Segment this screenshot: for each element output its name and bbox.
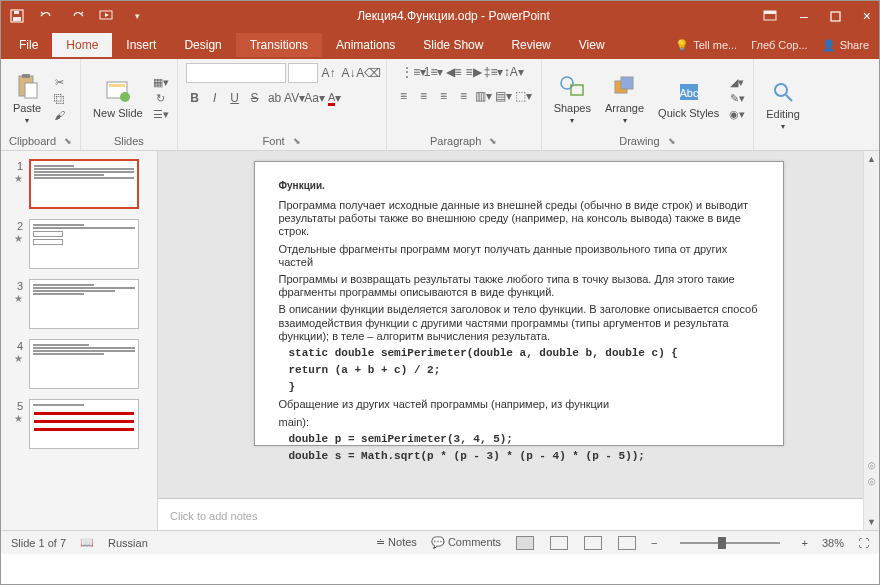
paste-icon [13, 72, 41, 100]
tab-slideshow[interactable]: Slide Show [409, 33, 497, 57]
slide-title: Функции. [279, 180, 759, 191]
format-painter-icon[interactable]: 🖌 [51, 108, 67, 122]
italic-button[interactable]: I [206, 89, 224, 107]
clipboard-dialog-icon[interactable]: ⬊ [64, 136, 72, 146]
align-center-icon[interactable]: ≡ [415, 87, 433, 105]
close-icon[interactable]: × [863, 8, 871, 24]
decrease-font-icon[interactable]: A↓ [340, 64, 358, 82]
shadow-button[interactable]: ab [266, 89, 284, 107]
quick-styles-icon: Abc [675, 78, 703, 106]
tab-view[interactable]: View [565, 33, 619, 57]
shapes-button[interactable]: Shapes▾ [550, 70, 595, 127]
zoom-level[interactable]: 38% [822, 537, 844, 549]
align-left-icon[interactable]: ≡ [395, 87, 413, 105]
strike-button[interactable]: S [246, 89, 264, 107]
tab-animations[interactable]: Animations [322, 33, 409, 57]
change-case-icon[interactable]: Aa▾ [306, 89, 324, 107]
save-icon[interactable] [9, 8, 25, 24]
increase-font-icon[interactable]: A↑ [320, 64, 338, 82]
start-from-beginning-icon[interactable] [99, 8, 115, 24]
shape-effects-icon[interactable]: ◉▾ [729, 108, 745, 122]
scroll-down-icon[interactable]: ▼ [864, 514, 879, 530]
align-right-icon[interactable]: ≡ [435, 87, 453, 105]
slideshow-view-icon[interactable] [618, 536, 636, 550]
tab-home[interactable]: Home [52, 33, 112, 57]
align-text-icon[interactable]: ▤▾ [495, 87, 513, 105]
justify-icon[interactable]: ≡ [455, 87, 473, 105]
bullets-icon[interactable]: ⋮≡▾ [405, 63, 423, 81]
new-slide-button[interactable]: New Slide [89, 76, 147, 121]
cut-icon[interactable]: ✂ [51, 76, 67, 90]
minimize-icon[interactable]: – [800, 8, 808, 24]
layout-icon[interactable]: ▦▾ [153, 76, 169, 90]
language-indicator[interactable]: Russian [108, 537, 148, 549]
svg-rect-14 [571, 85, 583, 95]
normal-view-icon[interactable] [516, 536, 534, 550]
zoom-in-icon[interactable]: + [802, 537, 808, 549]
tab-review[interactable]: Review [497, 33, 564, 57]
thumbnail-pane[interactable]: 1★ 2★ 3★ 4★ 5★ [1, 151, 158, 530]
tell-me-input[interactable]: Tell me... [693, 39, 737, 51]
reading-view-icon[interactable] [584, 536, 602, 550]
prev-slide-icon[interactable]: ⦾ [864, 458, 879, 474]
ribbon-display-icon[interactable] [762, 8, 778, 24]
vertical-scrollbar[interactable]: ▲ ⦾⦾ ▼ [863, 151, 879, 530]
group-slides: New Slide ▦▾ ↻ ☰▾ Slides [81, 59, 178, 150]
slide-thumbnail-2[interactable] [29, 219, 139, 269]
next-slide-icon[interactable]: ⦾ [864, 474, 879, 490]
spellcheck-icon[interactable]: 📖 [80, 536, 94, 549]
redo-icon[interactable] [69, 8, 85, 24]
maximize-icon[interactable] [830, 11, 841, 22]
tab-design[interactable]: Design [170, 33, 235, 57]
share-button[interactable]: Share [840, 39, 869, 51]
slide-thumbnail-1[interactable] [29, 159, 139, 209]
underline-button[interactable]: U [226, 89, 244, 107]
clear-format-icon[interactable]: A⌫ [360, 64, 378, 82]
notes-toggle[interactable]: ≐ Notes [376, 536, 417, 549]
shape-outline-icon[interactable]: ✎▾ [729, 92, 745, 106]
paste-button[interactable]: Paste ▾ [9, 70, 45, 127]
line-spacing-icon[interactable]: ‡≡▾ [485, 63, 503, 81]
user-name[interactable]: Глеб Сор... [751, 39, 807, 51]
arrange-button[interactable]: Arrange▾ [601, 70, 648, 127]
text-direction-icon[interactable]: ↕A▾ [505, 63, 523, 81]
font-size-select[interactable] [288, 63, 318, 83]
qat-dropdown-icon[interactable]: ▾ [129, 8, 145, 24]
smartart-icon[interactable]: ⬚▾ [515, 87, 533, 105]
columns-icon[interactable]: ▥▾ [475, 87, 493, 105]
font-family-select[interactable] [186, 63, 286, 83]
char-spacing-icon[interactable]: AV▾ [286, 89, 304, 107]
paragraph-dialog-icon[interactable]: ⬊ [489, 136, 497, 146]
editing-button[interactable]: Editing▾ [762, 76, 804, 133]
tab-file[interactable]: File [5, 33, 52, 57]
decrease-indent-icon[interactable]: ◀≡ [445, 63, 463, 81]
undo-icon[interactable] [39, 8, 55, 24]
slide-editor[interactable]: Функции. Программа получает исходные дан… [158, 151, 879, 498]
section-icon[interactable]: ☰▾ [153, 108, 169, 122]
tab-transitions[interactable]: Transitions [236, 33, 322, 57]
slide-thumbnail-4[interactable] [29, 339, 139, 389]
bold-button[interactable]: B [186, 89, 204, 107]
fit-to-window-icon[interactable]: ⛶ [858, 537, 869, 549]
comments-toggle[interactable]: 💬 Comments [431, 536, 501, 549]
slide-sorter-icon[interactable] [550, 536, 568, 550]
font-color-icon[interactable]: A▾ [326, 89, 344, 107]
notes-pane[interactable]: Click to add notes [158, 498, 879, 530]
slide-thumbnail-5[interactable] [29, 399, 139, 449]
copy-icon[interactable]: ⿻ [51, 92, 67, 106]
tab-insert[interactable]: Insert [112, 33, 170, 57]
slide-counter[interactable]: Slide 1 of 7 [11, 537, 66, 549]
increase-indent-icon[interactable]: ≡▶ [465, 63, 483, 81]
font-dialog-icon[interactable]: ⬊ [293, 136, 301, 146]
current-slide[interactable]: Функции. Программа получает исходные дан… [254, 161, 784, 446]
shape-fill-icon[interactable]: ◢▾ [729, 76, 745, 90]
zoom-slider[interactable] [680, 542, 780, 544]
svg-rect-8 [22, 74, 30, 78]
drawing-dialog-icon[interactable]: ⬊ [668, 136, 676, 146]
quick-styles-button[interactable]: Abc Quick Styles [654, 76, 723, 121]
scroll-up-icon[interactable]: ▲ [864, 151, 879, 167]
reset-icon[interactable]: ↻ [153, 92, 169, 106]
numbering-icon[interactable]: 1≡▾ [425, 63, 443, 81]
slide-thumbnail-3[interactable] [29, 279, 139, 329]
zoom-out-icon[interactable]: − [651, 537, 657, 549]
